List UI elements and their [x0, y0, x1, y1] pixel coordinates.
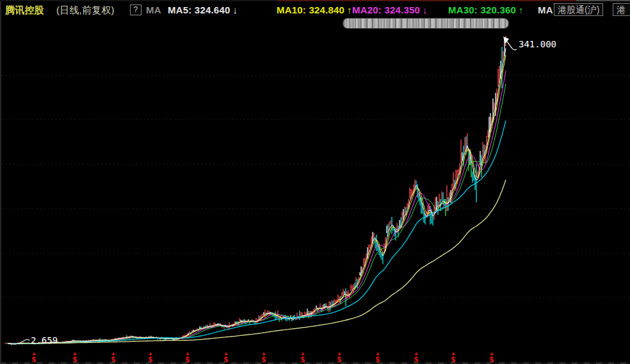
- ma30-value: 320.360: [480, 4, 516, 15]
- ma5-line: [8, 48, 506, 344]
- chart-mode-label: (日线,前复权): [56, 4, 115, 17]
- ma5-trend-arrow-icon: ↓: [230, 4, 238, 15]
- ma10-trend-arrow-icon: ↑: [344, 4, 352, 15]
- help-button[interactable]: ?: [130, 4, 141, 15]
- ma10-legend: MA10: 324.840↑: [277, 4, 352, 15]
- ma5-value: 324.640: [195, 4, 230, 15]
- ma-indicator-toggle[interactable]: MA: [146, 4, 161, 15]
- candles-green: [12, 148, 471, 345]
- redacted-text-overlay: [343, 19, 508, 28]
- stock-name: 腾讯控股: [5, 4, 44, 17]
- candles-down: [6, 47, 502, 344]
- candles-white: [17, 38, 505, 344]
- candles-up: [5, 36, 506, 345]
- ma20-value: 324.350: [384, 4, 420, 15]
- ma30-trend-arrow-icon: ↑: [516, 4, 524, 15]
- price-chart-canvas[interactable]: ▲$▲$▲$▲$▲$▲$▲$▲$▲$▲$▲$▲$▲$: [0, 0, 630, 364]
- ma5-legend: MA5: 324.640↓: [168, 4, 238, 15]
- ma10-line: [9, 55, 506, 344]
- start-price-annotation: 2.659: [31, 335, 58, 345]
- peak-price-annotation: 341.000: [519, 39, 556, 49]
- chart-left-border: [0, 0, 1, 364]
- ma10-value: 324.840: [309, 4, 344, 15]
- legend-overflow-text: MA: [538, 4, 553, 15]
- ma10-label: MA10:: [277, 4, 306, 15]
- ma60-line: [13, 120, 506, 344]
- ma20-trend-arrow-icon: ↓: [420, 4, 428, 15]
- ma20-label: MA20:: [352, 4, 382, 15]
- chart-header-bar: 腾讯控股 (日线,前复权) ? MA MA5: 324.640↓ MA10: 3…: [0, 0, 630, 18]
- peak-annotation-arrow: [506, 41, 517, 50]
- ma30-label: MA30:: [448, 4, 478, 15]
- hk-connect-sh-button[interactable]: 港股通(沪): [554, 3, 603, 16]
- hk-connect-sz-button[interactable]: 港: [613, 3, 630, 16]
- ma20-line: [10, 71, 506, 344]
- ma30-legend: MA30: 320.360↑: [448, 4, 524, 15]
- ma20-legend: MA20: 324.350↓: [352, 4, 428, 15]
- ma5-label: MA5:: [168, 4, 191, 15]
